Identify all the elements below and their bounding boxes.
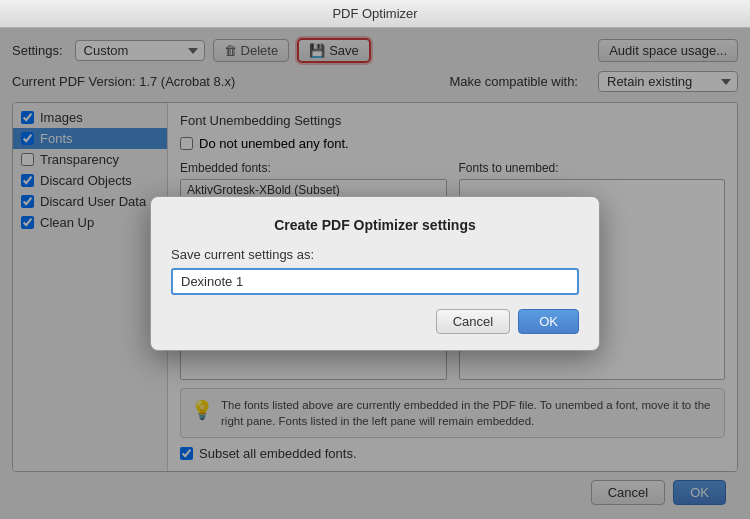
modal-name-input[interactable] xyxy=(171,268,579,295)
modal-title: Create PDF Optimizer settings xyxy=(171,217,579,233)
window-title: PDF Optimizer xyxy=(332,6,417,21)
main-window: Settings: Custom 🗑 Delete 💾 Save Audit s… xyxy=(0,28,750,519)
modal-buttons: Cancel OK xyxy=(171,309,579,334)
modal-dialog: Create PDF Optimizer settings Save curre… xyxy=(150,196,600,351)
modal-overlay: Create PDF Optimizer settings Save curre… xyxy=(0,28,750,519)
modal-cancel-button[interactable]: Cancel xyxy=(436,309,510,334)
modal-ok-button[interactable]: OK xyxy=(518,309,579,334)
title-bar: PDF Optimizer xyxy=(0,0,750,28)
modal-save-as-label: Save current settings as: xyxy=(171,247,579,262)
